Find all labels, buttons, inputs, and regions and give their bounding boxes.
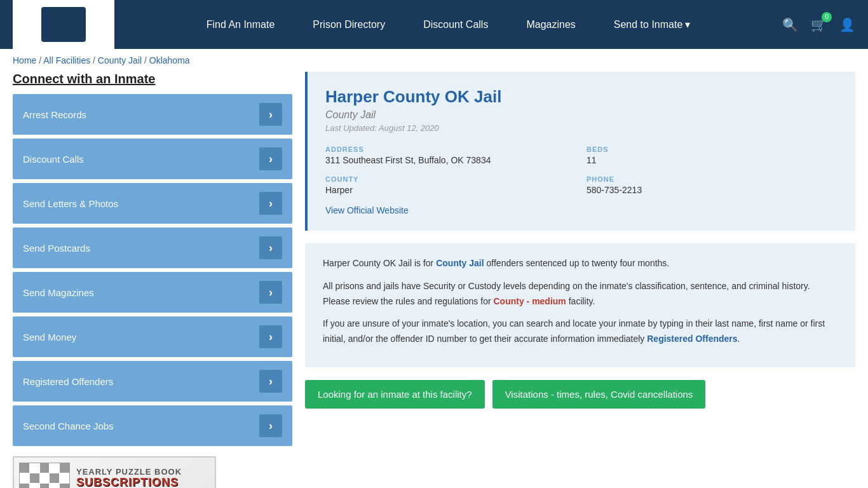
breadcrumb-state[interactable]: Oklahoma (149, 55, 190, 65)
breadcrumb-all-facilities[interactable]: All Facilities (43, 55, 90, 65)
logo-graphic (41, 7, 86, 42)
sidebar-item-send-postcards[interactable]: Send Postcards › (13, 227, 292, 268)
facility-details: ADDRESS 311 Southeast First St, Buffalo,… (325, 146, 837, 195)
facility-updated: Last Updated: August 12, 2020 (325, 123, 837, 133)
sidebar-item-label: Registered Offenders (23, 376, 113, 387)
phone-detail: PHONE 580-735-2213 (587, 175, 837, 195)
address-detail: ADDRESS 311 Southeast First St, Buffalo,… (325, 146, 576, 165)
phone-label: PHONE (587, 175, 837, 183)
breadcrumb-home[interactable]: Home (13, 55, 36, 65)
facility-type: County Jail (325, 109, 837, 121)
header-icons: 🔍 🛒 0 👤 (782, 17, 855, 32)
arrow-icon: › (259, 103, 282, 126)
nav-magazines[interactable]: Magazines (526, 19, 575, 30)
facility-description: Harper County OK Jail is for County Jail… (305, 243, 855, 367)
sidebar-item-label: Discount Calls (23, 154, 84, 165)
arrow-icon: › (259, 236, 282, 259)
beds-label: BEDS (587, 146, 837, 153)
address-value: 311 Southeast First St, Buffalo, OK 7383… (325, 155, 576, 165)
nav-prison-directory[interactable]: Prison Directory (313, 19, 385, 30)
desc-paragraph-2: All prisons and jails have Security or C… (323, 279, 837, 309)
site-header: Find An Inmate Prison Directory Discount… (0, 0, 868, 49)
phone-value: 580-735-2213 (587, 185, 837, 195)
nav-send-to-inmate[interactable]: Send to Inmate ▾ (614, 18, 691, 30)
nav-discount-calls[interactable]: Discount Calls (423, 19, 488, 30)
user-icon[interactable]: 👤 (839, 17, 855, 32)
sidebar-item-send-money[interactable]: Send Money › (13, 316, 292, 357)
sidebar-title: Connect with an Inmate (13, 72, 292, 86)
desc-paragraph-1: Harper County OK Jail is for County Jail… (323, 256, 837, 271)
breadcrumb-county-jail[interactable]: County Jail (98, 55, 142, 65)
breadcrumb: Home / All Facilities / County Jail / Ok… (0, 49, 868, 72)
main-content: Harper County OK Jail County Jail Last U… (305, 72, 855, 488)
ad-line1: YEARLY PUZZLE BOOK (76, 467, 182, 477)
dropdown-arrow-icon: ▾ (685, 18, 690, 30)
puzzle-grid (19, 463, 70, 488)
sidebar-item-discount-calls[interactable]: Discount Calls › (13, 139, 292, 179)
ad-text: YEARLY PUZZLE BOOK SUBSCRIPTIONS STARTIN… (76, 467, 210, 488)
sidebar: Connect with an Inmate Arrest Records › … (13, 72, 292, 488)
search-icon[interactable]: 🔍 (782, 17, 798, 32)
county-jail-link-1[interactable]: County Jail (436, 258, 484, 268)
beds-value: 11 (587, 155, 837, 165)
site-logo[interactable] (13, 0, 114, 49)
sidebar-item-second-chance-jobs[interactable]: Second Chance Jobs › (13, 405, 292, 446)
sidebar-item-registered-offenders[interactable]: Registered Offenders › (13, 361, 292, 402)
arrow-icon: › (259, 147, 282, 170)
facility-name: Harper County OK Jail (325, 87, 837, 107)
nav-find-inmate[interactable]: Find An Inmate (207, 19, 275, 30)
ad-line2: SUBSCRIPTIONS (76, 477, 179, 488)
sidebar-item-label: Send Letters & Photos (23, 198, 118, 209)
sidebar-item-arrest-records[interactable]: Arrest Records › (13, 94, 292, 135)
sidebar-item-label: Send Money (23, 332, 76, 342)
cart-icon[interactable]: 🛒 0 (811, 17, 827, 32)
sidebar-item-label: Send Magazines (23, 287, 94, 298)
sidebar-item-label: Arrest Records (23, 109, 86, 120)
cart-badge: 0 (822, 12, 832, 22)
beds-detail: BEDS 11 (587, 146, 837, 165)
sidebar-item-send-magazines[interactable]: Send Magazines › (13, 272, 292, 313)
visitations-button[interactable]: Visitations - times, rules, Covid cancel… (492, 380, 706, 409)
arrow-icon: › (259, 192, 282, 215)
desc-paragraph-3: If you are unsure of your inmate's locat… (323, 316, 837, 347)
main-nav: Find An Inmate Prison Directory Discount… (127, 18, 770, 30)
arrow-icon: › (259, 325, 282, 348)
arrow-icon: › (259, 281, 282, 304)
facility-card: Harper County OK Jail County Jail Last U… (305, 72, 855, 231)
arrow-icon: › (259, 414, 282, 437)
official-website-link[interactable]: View Official Website (325, 205, 409, 215)
registered-offenders-link[interactable]: Registered Offenders (647, 334, 737, 344)
main-container: Connect with an Inmate Arrest Records › … (0, 72, 868, 488)
arrow-icon: › (259, 370, 282, 393)
find-inmate-button[interactable]: Looking for an inmate at this facility? (305, 380, 485, 409)
sidebar-item-label: Send Postcards (23, 243, 90, 254)
county-label: COUNTY (325, 175, 576, 183)
sidebar-item-label: Second Chance Jobs (23, 421, 114, 431)
county-medium-link[interactable]: County - medium (493, 296, 566, 306)
address-label: ADDRESS (325, 146, 576, 153)
county-detail: COUNTY Harper (325, 175, 576, 195)
sidebar-item-send-letters[interactable]: Send Letters & Photos › (13, 183, 292, 224)
action-buttons: Looking for an inmate at this facility? … (305, 380, 855, 409)
county-value: Harper (325, 185, 576, 195)
sidebar-menu: Arrest Records › Discount Calls › Send L… (13, 94, 292, 446)
ad-banner[interactable]: YEARLY PUZZLE BOOK SUBSCRIPTIONS STARTIN… (13, 456, 216, 488)
